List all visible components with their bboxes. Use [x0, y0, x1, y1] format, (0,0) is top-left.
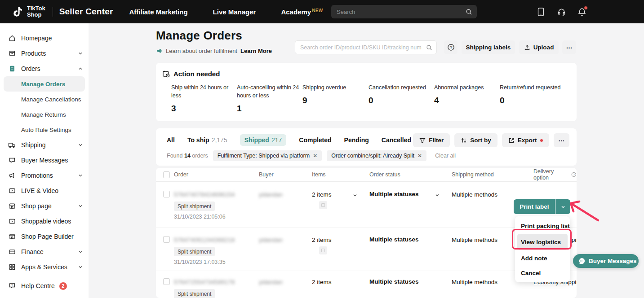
chevron-down-icon	[78, 142, 83, 148]
tab-pending[interactable]: Pending	[344, 136, 369, 144]
print-label-button[interactable]: Print label	[514, 199, 555, 214]
navbar-search-input[interactable]	[337, 9, 466, 15]
tab-completed[interactable]: Completed	[299, 136, 331, 144]
action-needed-card: Action needed Ship within 24 hours or le…	[156, 63, 577, 121]
row-checkbox[interactable]	[163, 191, 170, 197]
sidebar-item-label: Shipping	[21, 141, 78, 149]
menu-item-print-packing-list[interactable]: Print packing list	[515, 219, 570, 232]
mobile-icon[interactable]	[536, 7, 545, 16]
order-search-input[interactable]	[300, 44, 426, 51]
order-date: 31/10/2023 17:03:35	[174, 259, 226, 265]
sidebar-item-shoppable-videos[interactable]: Shoppable videos	[0, 214, 89, 229]
toolbar-more-button[interactable]: ⋯	[554, 133, 570, 147]
chevron-down-icon[interactable]	[435, 193, 440, 198]
new-badge: NEW	[312, 8, 323, 13]
row-checkbox[interactable]	[163, 236, 170, 243]
clear-all-link[interactable]: Clear all	[435, 153, 456, 159]
filter-button[interactable]: Filter	[413, 133, 450, 147]
shipping-method: Multiple methods	[452, 279, 497, 285]
stat-shipping-overdue[interactable]: Shipping overdue9	[302, 83, 379, 105]
sidebar-item-products[interactable]: Products	[0, 46, 89, 61]
nav-link-live-manager[interactable]: Live Manager	[213, 8, 256, 16]
shipping-method: Multiple methods	[452, 191, 497, 198]
divider	[156, 181, 577, 182]
order-id-blurred[interactable]: 576474061244368218	[174, 237, 235, 243]
print-label-split-button: Print label	[514, 199, 570, 214]
sidebar-item-buyer-messages[interactable]: Buyer Messages	[0, 153, 89, 168]
buyer-messages-button[interactable]: Buyer Messages	[573, 254, 639, 268]
chevron-down-icon[interactable]	[352, 193, 358, 198]
sidebar-item-finance[interactable]: Finance	[0, 244, 89, 259]
stat-return-refund[interactable]: Return/refund requested0	[500, 83, 576, 105]
sidebar-item-shipping[interactable]: Shipping	[0, 137, 89, 153]
ellipsis-icon: ⋯	[566, 44, 573, 51]
stat-auto-cancelling[interactable]: Auto-cancelling within 24 hours or less1	[237, 83, 304, 114]
notification-dot	[584, 6, 588, 10]
sidebar-item-label: Shoppable videos	[21, 218, 83, 225]
sidebar-item-manage-orders[interactable]: Manage Orders	[4, 76, 85, 92]
split-shipment-tag: Split shipment	[174, 247, 215, 256]
menu-item-cancel[interactable]: Cancel	[515, 266, 570, 280]
tab-shipped[interactable]: Shipped217	[240, 134, 287, 146]
sidebar-item-shop-page[interactable]: Shop page	[0, 198, 89, 214]
nav-link-affiliate-marketing[interactable]: Affiliate Marketing	[129, 8, 188, 16]
filter-chip-fulfilment-type[interactable]: Fulfilment Type: Shipped via platform✕	[213, 150, 322, 161]
item-thumbnail[interactable]	[319, 246, 327, 254]
sidebar-item-shop-page-builder[interactable]: Shop Page Builder	[0, 229, 89, 244]
bell-icon[interactable]	[577, 7, 586, 16]
header-more-button[interactable]: ⋯	[562, 40, 576, 54]
tab-all[interactable]: All	[167, 136, 175, 144]
select-all-checkbox[interactable]	[163, 171, 170, 178]
upload-button[interactable]: Upload	[519, 40, 559, 54]
order-id-blurred[interactable]: 576472554734589178	[174, 279, 235, 285]
sidebar-item-homepage[interactable]: Homepage	[0, 31, 89, 46]
tab-to-ship[interactable]: To ship2,175	[187, 136, 227, 144]
sidebar-item-auto-rule-settings[interactable]: Auto Rule Settings	[0, 122, 89, 137]
col-header-order-status: Order status	[369, 168, 400, 181]
export-button[interactable]: Export	[502, 133, 549, 147]
shipping-labels-button[interactable]: Shipping labels	[462, 40, 515, 54]
chip-close-icon[interactable]: ✕	[417, 153, 422, 159]
ellipsis-icon: ⋯	[559, 137, 565, 144]
sort-icon	[461, 137, 467, 144]
chip-close-icon[interactable]: ✕	[313, 153, 317, 159]
page-title: Manage Orders	[156, 29, 242, 43]
sort-button[interactable]: Sort by	[454, 133, 497, 147]
col-header-delivery-option: Delivery option ?	[533, 168, 577, 181]
buyer-name-blurred: yidandan	[259, 279, 283, 285]
nav-link-academy[interactable]: AcademyNEW	[281, 8, 323, 16]
menu-item-add-note[interactable]: Add note	[515, 251, 570, 265]
tiktok-note-icon	[12, 5, 24, 18]
row-checkbox[interactable]	[163, 278, 170, 285]
tiktok-shop-logo[interactable]: TikTok Shop	[12, 5, 45, 18]
question-circle-icon[interactable]: ?	[571, 172, 577, 177]
sidebar-item-manage-cancellations[interactable]: Manage Cancellations	[0, 92, 89, 107]
sidebar-item-manage-returns[interactable]: Manage Returns	[0, 107, 89, 122]
divider	[156, 228, 577, 228]
menu-item-view-logistics[interactable]: View logistics	[517, 234, 568, 250]
help-button[interactable]: ?	[444, 40, 457, 54]
order-id-blurred[interactable]: 576474078424696154	[174, 191, 235, 198]
stat-cancellation-requested[interactable]: Cancellation requested0	[369, 83, 445, 105]
learn-more-link[interactable]: Learn More	[240, 48, 272, 54]
chevron-down-icon	[78, 249, 83, 254]
order-search[interactable]	[295, 40, 437, 54]
funnel-icon	[419, 137, 426, 144]
sidebar-item-label: LIVE & Video	[21, 187, 83, 194]
stat-ship-within-24h[interactable]: Ship within 24 hours or less3	[171, 83, 239, 114]
print-label-dropdown-toggle[interactable]	[555, 199, 570, 214]
sidebar-item-apps-services[interactable]: Apps & Services	[0, 259, 89, 275]
top-navbar: TikTok Shop Seller Center Affiliate Mark…	[0, 0, 644, 23]
subtitle-text: Learn about order fulfilment	[166, 48, 237, 54]
sidebar-item-promotions[interactable]: Promotions	[0, 168, 89, 183]
sidebar-item-label: Promotions	[21, 172, 78, 179]
sidebar-item-orders[interactable]: Orders	[0, 61, 89, 76]
stat-abnormal-packages[interactable]: Abnormal packages4	[434, 83, 511, 105]
filter-chip-order-combine-split[interactable]: Order combine/split: Already Split✕	[327, 150, 426, 161]
sidebar-item-live-video[interactable]: LIVE & Video	[0, 183, 89, 198]
navbar-search[interactable]	[331, 5, 477, 18]
sidebar-item-help-centre[interactable]: ? Help Centre 2	[0, 278, 89, 294]
tab-cancelled[interactable]: Cancelled	[382, 136, 411, 144]
headset-icon[interactable]	[557, 7, 566, 16]
item-thumbnail[interactable]	[319, 201, 327, 209]
